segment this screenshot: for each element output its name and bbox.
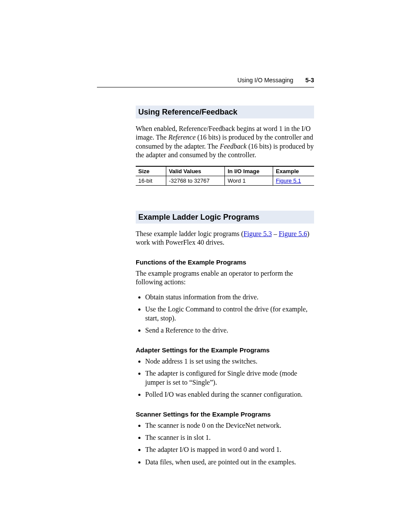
running-header-page: 5-3 [305, 77, 314, 84]
td-valid-values: -32768 to 32767 [166, 176, 225, 185]
list-item: Polled I/O was enabled during the scanne… [145, 390, 314, 399]
subheading-functions: Functions of the Example Programs [136, 258, 314, 266]
list-item: The adapter I/O is mapped in word 0 and … [145, 445, 314, 454]
header-rule [97, 87, 314, 87]
td-io-image: Word 1 [225, 176, 273, 185]
th-valid-values: Valid Values [166, 166, 225, 176]
subheading-scanner-settings: Scanner Settings for the Example Program… [136, 411, 314, 418]
list-item: The adapter is configured for Single dri… [145, 369, 314, 387]
list-item: The scanner is node 0 on the DeviceNet n… [145, 421, 314, 430]
td-size: 16-bit [136, 176, 166, 185]
section-heading-example-programs: Example Ladder Logic Programs [136, 211, 314, 224]
th-size: Size [136, 166, 166, 176]
reference-feedback-table: Size Valid Values In I/O Image Example 1… [136, 166, 314, 186]
reference-feedback-paragraph: When enabled, Reference/Feedback begins … [136, 124, 314, 160]
th-io-image: In I/O Image [225, 166, 273, 176]
running-header-title: Using I/O Messaging [237, 77, 293, 84]
text-run: – [272, 230, 279, 237]
list-item: The scanner is in slot 1. [145, 433, 314, 442]
adapter-settings-list: Node address 1 is set using the switches… [136, 357, 314, 399]
list-item: Obtain status information from the drive… [145, 293, 314, 302]
list-item: Send a Reference to the drive. [145, 326, 314, 335]
list-item: Data files, when used, are pointed out i… [145, 458, 314, 467]
text-run: These example ladder logic programs ( [136, 230, 243, 237]
link-figure-5-1[interactable]: Figure 5.1 [276, 177, 301, 184]
table-header-row: Size Valid Values In I/O Image Example [136, 166, 314, 176]
scanner-settings-list: The scanner is node 0 on the DeviceNet n… [136, 421, 314, 467]
section-heading-reference-feedback: Using Reference/Feedback [136, 106, 314, 118]
list-item: Use the Logic Command to control the dri… [145, 305, 314, 323]
functions-list: Obtain status information from the drive… [136, 293, 314, 335]
link-figure-5-6[interactable]: Figure 5.6 [279, 230, 307, 237]
emphasis-reference: Reference [168, 134, 196, 141]
link-figure-5-3[interactable]: Figure 5.3 [243, 230, 272, 237]
page: Using I/O Messaging 5-3 Using Reference/… [0, 0, 411, 532]
td-example: Figure 5.1 [273, 176, 314, 185]
th-example: Example [273, 166, 314, 176]
table-row: 16-bit -32768 to 32767 Word 1 Figure 5.1 [136, 176, 314, 185]
content-area: Using Reference/Feedback When enabled, R… [136, 106, 314, 467]
list-item: Node address 1 is set using the switches… [145, 357, 314, 366]
running-header: Using I/O Messaging 5-3 [237, 77, 314, 84]
example-programs-intro: These example ladder logic programs (Fig… [136, 230, 314, 247]
emphasis-feedback: Feedback [220, 143, 246, 150]
functions-lead: The example programs enable an operator … [136, 269, 314, 287]
subheading-adapter-settings: Adapter Settings for the Example Program… [136, 346, 314, 354]
